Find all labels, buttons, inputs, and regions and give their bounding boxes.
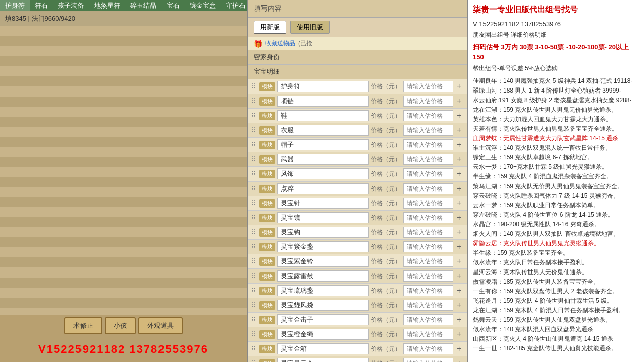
equip-name-input-15[interactable] xyxy=(277,300,369,311)
equip-del-btn-2[interactable]: × xyxy=(465,111,467,120)
equip-add-btn-13[interactable]: + xyxy=(455,272,463,281)
equip-price-input-14[interactable] xyxy=(403,285,453,296)
drag-handle-13[interactable]: ⠿ xyxy=(250,273,257,280)
equip-del-btn-12[interactable]: × xyxy=(465,257,467,266)
equip-add-btn-7[interactable]: + xyxy=(455,184,463,193)
equip-del-btn-11[interactable]: × xyxy=(465,242,467,251)
cosmetic-button[interactable]: 外观道具 xyxy=(138,317,183,334)
equip-price-input-3[interactable] xyxy=(403,125,453,136)
equip-add-btn-9[interactable]: + xyxy=(455,213,463,222)
equip-add-btn-8[interactable]: + xyxy=(455,199,463,208)
nav-tab-2[interactable]: 孩子装备 xyxy=(53,0,89,11)
equip-del-btn-8[interactable]: × xyxy=(465,199,467,208)
equip-name-input-19[interactable] xyxy=(277,358,369,362)
equip-name-input-11[interactable] xyxy=(277,241,369,252)
drag-handle-11[interactable]: ⠿ xyxy=(250,243,257,250)
equip-price-input-17[interactable] xyxy=(403,329,453,340)
equip-add-btn-14[interactable]: + xyxy=(455,286,463,295)
equip-add-btn-0[interactable]: + xyxy=(455,82,463,91)
equip-name-input-17[interactable] xyxy=(277,329,369,340)
drag-handle-16[interactable]: ⠿ xyxy=(250,316,257,323)
equip-add-btn-19[interactable]: + xyxy=(455,359,463,362)
child-button[interactable]: 小孩 xyxy=(105,317,136,334)
drag-handle-14[interactable]: ⠿ xyxy=(250,287,257,294)
repair-button[interactable]: 术修正 xyxy=(64,317,102,334)
equip-price-input-15[interactable] xyxy=(403,300,453,311)
equip-price-input-5[interactable] xyxy=(403,154,453,165)
equip-name-input-9[interactable] xyxy=(277,212,369,223)
equip-add-btn-6[interactable]: + xyxy=(455,169,463,178)
equip-name-input-8[interactable] xyxy=(277,198,369,209)
equip-del-btn-19[interactable]: × xyxy=(465,359,467,362)
equip-name-input-7[interactable] xyxy=(277,183,369,194)
drag-handle-9[interactable]: ⠿ xyxy=(250,214,257,221)
equip-price-input-2[interactable] xyxy=(403,110,453,121)
equip-del-btn-0[interactable]: × xyxy=(465,82,467,91)
equip-add-btn-11[interactable]: + xyxy=(455,242,463,251)
equip-price-input-16[interactable] xyxy=(403,314,453,325)
equip-price-input-19[interactable] xyxy=(403,358,453,362)
equip-price-input-1[interactable] xyxy=(403,96,453,107)
equip-name-input-1[interactable] xyxy=(277,96,369,107)
equip-del-btn-17[interactable]: × xyxy=(465,330,467,339)
equip-name-input-3[interactable] xyxy=(277,125,369,136)
equip-add-btn-18[interactable]: + xyxy=(455,344,463,353)
equip-del-btn-5[interactable]: × xyxy=(465,155,467,164)
equip-del-btn-7[interactable]: × xyxy=(465,184,467,193)
equip-add-btn-1[interactable]: + xyxy=(455,97,463,106)
notice-link[interactable]: 收藏送物品 xyxy=(265,39,295,48)
equip-del-btn-9[interactable]: × xyxy=(465,213,467,222)
equip-name-input-4[interactable] xyxy=(277,139,369,150)
equip-price-input-12[interactable] xyxy=(403,256,453,267)
equip-name-input-0[interactable] xyxy=(277,81,369,92)
drag-handle-6[interactable]: ⠿ xyxy=(250,170,257,177)
equip-price-input-8[interactable] xyxy=(403,198,453,209)
nav-tab-1[interactable]: 符石 xyxy=(30,0,53,11)
equip-name-input-10[interactable] xyxy=(277,227,369,238)
equip-price-input-11[interactable] xyxy=(403,241,453,252)
drag-handle-10[interactable]: ⠿ xyxy=(250,229,257,236)
drag-handle-1[interactable]: ⠿ xyxy=(250,98,257,105)
equip-del-btn-18[interactable]: × xyxy=(465,344,467,353)
nav-tab-6[interactable]: 镶金宝盒 xyxy=(185,0,221,11)
drag-handle-17[interactable]: ⠿ xyxy=(250,331,257,338)
drag-handle-15[interactable]: ⠿ xyxy=(250,302,257,309)
drag-handle-5[interactable]: ⠿ xyxy=(250,156,257,163)
equip-add-btn-3[interactable]: + xyxy=(455,126,463,135)
equip-price-input-4[interactable] xyxy=(403,139,453,150)
equip-add-btn-12[interactable]: + xyxy=(455,257,463,266)
equip-del-btn-4[interactable]: × xyxy=(465,140,467,149)
nav-tab-3[interactable]: 地煞星符 xyxy=(89,0,125,11)
equip-add-btn-10[interactable]: + xyxy=(455,228,463,237)
equip-del-btn-10[interactable]: × xyxy=(465,228,467,237)
equip-price-input-13[interactable] xyxy=(403,270,453,282)
drag-handle-7[interactable]: ⠿ xyxy=(250,185,257,192)
equip-name-input-18[interactable] xyxy=(277,343,369,354)
new-version-button[interactable]: 用新版 xyxy=(254,21,286,34)
equip-del-btn-13[interactable]: × xyxy=(465,272,467,281)
equip-add-btn-2[interactable]: + xyxy=(455,111,463,120)
equip-price-input-10[interactable] xyxy=(403,227,453,238)
drag-handle-18[interactable]: ⠿ xyxy=(250,345,257,352)
equip-add-btn-17[interactable]: + xyxy=(455,330,463,339)
equip-price-input-7[interactable] xyxy=(403,183,453,194)
equip-price-input-6[interactable] xyxy=(403,168,453,179)
equip-name-input-12[interactable] xyxy=(277,256,369,267)
equip-del-btn-3[interactable]: × xyxy=(465,126,467,135)
drag-handle-19[interactable]: ⠿ xyxy=(250,360,257,362)
drag-handle-3[interactable]: ⠿ xyxy=(250,127,257,134)
equip-add-btn-15[interactable]: + xyxy=(455,301,463,310)
equip-del-btn-16[interactable]: × xyxy=(465,315,467,324)
equip-del-btn-1[interactable]: × xyxy=(465,97,467,106)
equip-name-input-14[interactable] xyxy=(277,285,369,296)
drag-handle-2[interactable]: ⠿ xyxy=(250,112,257,119)
equip-name-input-6[interactable] xyxy=(277,168,369,179)
equip-add-btn-5[interactable]: + xyxy=(455,155,463,164)
equip-del-btn-15[interactable]: × xyxy=(465,301,467,310)
equip-del-btn-14[interactable]: × xyxy=(465,286,467,295)
equip-name-input-16[interactable] xyxy=(277,314,369,325)
equip-del-btn-6[interactable]: × xyxy=(465,169,467,178)
nav-tab-4[interactable]: 碎玉结晶 xyxy=(125,0,162,11)
drag-handle-0[interactable]: ⠿ xyxy=(250,83,257,90)
equip-name-input-13[interactable] xyxy=(277,270,369,282)
